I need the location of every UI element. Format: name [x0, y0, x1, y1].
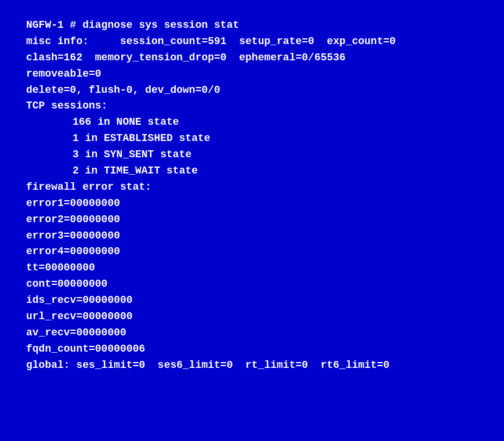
terminal-line-global: global: ses_limit=0 ses6_limit=0 rt_limi…	[26, 357, 478, 374]
terminal-line-url: url_recv=00000000	[26, 309, 478, 325]
terminal-line-err1: error1=00000000	[26, 196, 478, 212]
terminal-line-err3: error3=00000000	[26, 228, 478, 244]
terminal-line-fw: firewall error stat:	[26, 179, 478, 196]
terminal-line-fqdn: fqdn_count=00000006	[26, 341, 478, 357]
terminal-line-ids: ids_recv=00000000	[26, 292, 478, 309]
terminal-line-tcp2: 1 in ESTABLISHED state	[26, 131, 478, 147]
terminal-line-tcp4: 2 in TIME_WAIT state	[26, 163, 478, 179]
terminal-line-misc: misc info: session_count=591 setup_rate=…	[26, 34, 478, 50]
terminal-line-tcp3: 3 in SYN_SENT state	[26, 147, 478, 163]
terminal-line-tcp: TCP sessions:	[26, 98, 478, 114]
terminal-line-cmd: NGFW-1 # diagnose sys session stat	[26, 17, 478, 34]
terminal-window: NGFW-1 # diagnose sys session statmisc i…	[0, 0, 504, 441]
terminal-line-delete: delete=0, flush-0, dev_down=0/0	[26, 82, 478, 99]
terminal-line-tcp1: 166 in NONE state	[26, 114, 478, 131]
terminal-line-av: av_recv=00000000	[26, 325, 478, 341]
terminal-line-clash: clash=162 memory_tension_drop=0 ephemera…	[26, 50, 478, 66]
terminal-line-tt: tt=00000000	[26, 260, 478, 276]
terminal-line-cont: cont=00000000	[26, 276, 478, 292]
terminal-line-err4: error4=00000000	[26, 244, 478, 260]
terminal-line-err2: error2=00000000	[26, 212, 478, 228]
terminal-line-removeable: removeable=0	[26, 66, 478, 82]
